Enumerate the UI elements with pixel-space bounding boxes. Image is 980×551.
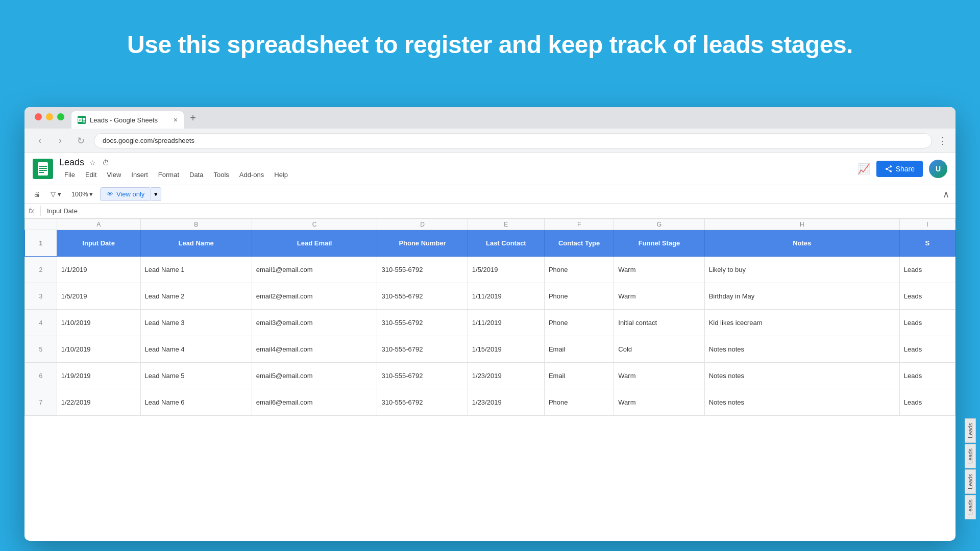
active-tab[interactable]: Leads - Google Sheets ×	[71, 111, 184, 129]
menu-tools[interactable]: Tools	[208, 169, 234, 181]
cell-lead-email-7[interactable]: email6@email.com	[252, 389, 377, 416]
col-header-e[interactable]: E	[468, 219, 544, 230]
sheet-tab-4[interactable]: Leads	[965, 495, 976, 519]
view-only-button[interactable]: 👁 View only	[100, 187, 151, 201]
browser-menu-icon[interactable]: ⋮	[938, 135, 947, 146]
cell-phone-4[interactable]: 310-555-6792	[377, 310, 468, 336]
cell-funnel-stage-7[interactable]: Warm	[614, 389, 704, 416]
cell-notes-6[interactable]: Notes notes	[704, 363, 899, 389]
col-header-f[interactable]: F	[544, 219, 614, 230]
sheet-tab-3[interactable]: Leads	[965, 469, 976, 494]
cell-contact-type-3[interactable]: Phone	[544, 283, 614, 310]
menu-addons[interactable]: Add-ons	[234, 169, 269, 181]
cell-input-date-7[interactable]: 1/22/2019	[57, 389, 140, 416]
cell-input-date-6[interactable]: 1/19/2019	[57, 363, 140, 389]
cell-lead-email-5[interactable]: email4@email.com	[252, 336, 377, 363]
cell-last-contact-5[interactable]: 1/15/2019	[468, 336, 544, 363]
cell-lead-email-3[interactable]: email2@email.com	[252, 283, 377, 310]
cell-lead-name-4[interactable]: Lead Name 3	[140, 310, 252, 336]
history-icon[interactable]: ⏱	[101, 158, 111, 168]
cell-funnel-stage-6[interactable]: Warm	[614, 363, 704, 389]
maximize-button[interactable]	[57, 113, 64, 120]
menu-data[interactable]: Data	[184, 169, 208, 181]
forward-button[interactable]: ›	[53, 135, 67, 146]
cell-phone-6[interactable]: 310-555-6792	[377, 363, 468, 389]
menu-insert[interactable]: Insert	[126, 169, 153, 181]
cell-notes-2[interactable]: Likely to buy	[704, 257, 899, 283]
table-row[interactable]: 4 1/10/2019 Lead Name 3 email3@email.com…	[25, 310, 955, 336]
table-row[interactable]: 2 1/1/2019 Lead Name 1 email1@email.com …	[25, 257, 955, 283]
print-button[interactable]: 🖨	[31, 188, 43, 200]
col-header-i[interactable]: I	[899, 219, 955, 230]
col-header-c[interactable]: C	[252, 219, 377, 230]
cell-contact-type-5[interactable]: Email	[544, 336, 614, 363]
cell-notes-5[interactable]: Notes notes	[704, 336, 899, 363]
star-icon[interactable]: ☆	[87, 158, 97, 168]
menu-edit[interactable]: Edit	[80, 169, 102, 181]
cell-last-contact-7[interactable]: 1/23/2019	[468, 389, 544, 416]
cell-lead-email-6[interactable]: email5@email.com	[252, 363, 377, 389]
trend-icon[interactable]: 📈	[857, 163, 870, 175]
cell-contact-type-7[interactable]: Phone	[544, 389, 614, 416]
col-header-g[interactable]: G	[614, 219, 704, 230]
cell-tag-3[interactable]: Leads	[899, 283, 955, 310]
minimize-button[interactable]	[46, 113, 53, 120]
share-button[interactable]: Share	[876, 161, 923, 177]
cell-input-date-5[interactable]: 1/10/2019	[57, 336, 140, 363]
cell-notes-4[interactable]: Kid likes icecream	[704, 310, 899, 336]
cell-notes-7[interactable]: Notes notes	[704, 389, 899, 416]
col-header-d[interactable]: D	[377, 219, 468, 230]
cell-lead-name-3[interactable]: Lead Name 2	[140, 283, 252, 310]
toolbar-collapse-button[interactable]: ∧	[943, 189, 949, 200]
menu-view[interactable]: View	[102, 169, 126, 181]
table-row[interactable]: 3 1/5/2019 Lead Name 2 email2@email.com …	[25, 283, 955, 310]
cell-input-date-2[interactable]: 1/1/2019	[57, 257, 140, 283]
cell-lead-name-7[interactable]: Lead Name 6	[140, 389, 252, 416]
cell-lead-name-2[interactable]: Lead Name 1	[140, 257, 252, 283]
cell-lead-name-6[interactable]: Lead Name 5	[140, 363, 252, 389]
cell-contact-type-2[interactable]: Phone	[544, 257, 614, 283]
cell-tag-6[interactable]: Leads	[899, 363, 955, 389]
tab-close-icon[interactable]: ×	[174, 116, 178, 124]
cell-funnel-stage-5[interactable]: Cold	[614, 336, 704, 363]
cell-tag-2[interactable]: Leads	[899, 257, 955, 283]
cell-input-date-3[interactable]: 1/5/2019	[57, 283, 140, 310]
cell-phone-2[interactable]: 310-555-6792	[377, 257, 468, 283]
refresh-button[interactable]: ↻	[74, 135, 88, 146]
sheet-tab-2[interactable]: Leads	[965, 444, 976, 468]
cell-input-date-4[interactable]: 1/10/2019	[57, 310, 140, 336]
menu-help[interactable]: Help	[269, 169, 293, 181]
menu-format[interactable]: Format	[153, 169, 184, 181]
view-only-dropdown[interactable]: ▾	[151, 187, 161, 201]
back-button[interactable]: ‹	[33, 135, 47, 146]
cell-funnel-stage-4[interactable]: Initial contact	[614, 310, 704, 336]
cell-phone-7[interactable]: 310-555-6792	[377, 389, 468, 416]
cell-funnel-stage-3[interactable]: Warm	[614, 283, 704, 310]
cell-contact-type-4[interactable]: Phone	[544, 310, 614, 336]
cell-phone-5[interactable]: 310-555-6792	[377, 336, 468, 363]
cell-tag-4[interactable]: Leads	[899, 310, 955, 336]
table-row[interactable]: 7 1/22/2019 Lead Name 6 email6@email.com…	[25, 389, 955, 416]
col-header-h[interactable]: H	[704, 219, 899, 230]
cell-last-contact-3[interactable]: 1/11/2019	[468, 283, 544, 310]
cell-tag-5[interactable]: Leads	[899, 336, 955, 363]
col-header-b[interactable]: B	[140, 219, 252, 230]
cell-lead-email-4[interactable]: email3@email.com	[252, 310, 377, 336]
col-header-a[interactable]: A	[57, 219, 140, 230]
filter-button[interactable]: ▽ ▾	[47, 188, 64, 200]
cell-lead-name-5[interactable]: Lead Name 4	[140, 336, 252, 363]
cell-last-contact-2[interactable]: 1/5/2019	[468, 257, 544, 283]
new-tab-button[interactable]: +	[186, 111, 200, 125]
cell-phone-3[interactable]: 310-555-6792	[377, 283, 468, 310]
cell-notes-3[interactable]: Birthday in May	[704, 283, 899, 310]
cell-lead-email-2[interactable]: email1@email.com	[252, 257, 377, 283]
address-input[interactable]	[94, 133, 932, 148]
user-avatar[interactable]: U	[929, 160, 947, 178]
cell-contact-type-6[interactable]: Email	[544, 363, 614, 389]
table-row[interactable]: 6 1/19/2019 Lead Name 5 email5@email.com…	[25, 363, 955, 389]
table-row[interactable]: 5 1/10/2019 Lead Name 4 email4@email.com…	[25, 336, 955, 363]
cell-tag-7[interactable]: Leads	[899, 389, 955, 416]
cell-last-contact-4[interactable]: 1/11/2019	[468, 310, 544, 336]
cell-last-contact-6[interactable]: 1/23/2019	[468, 363, 544, 389]
menu-file[interactable]: File	[59, 169, 80, 181]
